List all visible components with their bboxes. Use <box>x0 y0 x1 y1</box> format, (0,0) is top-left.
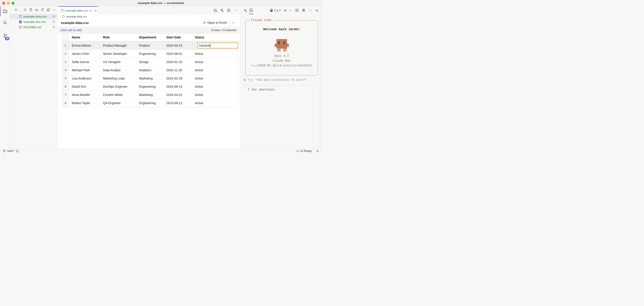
minimize-window-button[interactable] <box>7 2 10 5</box>
table-cell-start_date[interactable]: 2024-03-15 <box>163 41 192 49</box>
activity-search[interactable] <box>0 17 10 28</box>
column-header[interactable]: Start Date <box>163 33 192 41</box>
table-cell-name[interactable]: Robert Taylor <box>69 99 100 107</box>
table-cell-status[interactable]: Active <box>192 58 238 66</box>
column-header[interactable]: Role <box>100 33 136 41</box>
open-options-dropdown[interactable] <box>230 21 236 24</box>
scm-pending-badge: 38 <box>5 37 9 40</box>
status-edit-input[interactable]: Inactive <box>198 43 238 48</box>
table-cell-department[interactable]: Engineering <box>136 50 163 58</box>
refresh-icon[interactable] <box>40 8 44 12</box>
open-changes-icon[interactable] <box>213 8 217 12</box>
active-view-indicator <box>0 7 0 16</box>
traffic-lights <box>2 2 14 5</box>
split-panel-icon[interactable] <box>295 8 299 12</box>
table-cell-status[interactable]: Active <box>192 74 238 82</box>
table-cell-department[interactable]: Engineering <box>136 99 163 107</box>
edit-hint-link[interactable]: (click cell to edit) <box>60 28 82 32</box>
table-cell-name[interactable]: Lisa Anderson <box>69 74 100 82</box>
breadcrumb-item[interactable]: example-data.csv <box>66 15 87 18</box>
column-header[interactable]: Name <box>69 33 100 41</box>
explorer-search-icon[interactable] <box>23 8 27 12</box>
table-cell-name[interactable]: Sofia Garcia <box>69 58 100 66</box>
more-actions-icon[interactable] <box>308 8 312 12</box>
status-bar: main* AI Ready <box>0 149 322 153</box>
file-item[interactable]: README.md U <box>10 24 58 30</box>
ai-ready-item[interactable]: AI Ready <box>296 150 312 153</box>
table-cell-department[interactable]: Engineering <box>136 83 163 91</box>
open-in-excel-button[interactable]: Open in Excel <box>202 21 230 24</box>
table-cell-start_date[interactable]: 2023-06-15 <box>163 83 192 91</box>
table-cell-name[interactable]: James Chen <box>69 50 100 58</box>
activity-source-control[interactable]: 38 <box>0 30 10 41</box>
open-in-excel-label: Open in Excel <box>208 21 227 24</box>
more-actions-icon[interactable] <box>233 8 237 12</box>
table-cell-department[interactable]: Design <box>136 58 163 66</box>
more-actions-icon[interactable] <box>52 8 56 12</box>
table-cell-status[interactable]: Active <box>192 91 238 99</box>
column-header[interactable]: Status <box>192 33 238 41</box>
new-session-icon[interactable] <box>283 8 287 12</box>
split-editor-icon[interactable] <box>226 8 230 12</box>
table-cell-department[interactable]: Product <box>136 41 163 49</box>
table-cell-start_date[interactable]: 2023-11-20 <box>163 66 192 74</box>
table-cell-role[interactable]: Product Manager <box>100 41 136 49</box>
editor-actions <box>213 6 237 14</box>
table-cell-status[interactable]: Active <box>192 66 238 74</box>
table-cell-start_date[interactable]: 2024-02-28 <box>163 74 192 82</box>
prompt-input[interactable]: ❯ Try "how does extension.ts work?" <box>244 77 318 83</box>
sparkle-ai-icon[interactable] <box>220 8 224 12</box>
sync-changes-icon[interactable] <box>16 150 19 153</box>
table-cell-name[interactable]: Emma Wilson <box>69 41 100 49</box>
row-number: 5 <box>62 74 69 82</box>
row-number: 2 <box>62 50 69 58</box>
zoom-window-button[interactable] <box>12 2 14 5</box>
table-cell-name[interactable]: David Kim <box>69 83 100 91</box>
table-cell-name[interactable]: Anna Mueller <box>69 91 100 99</box>
close-panel-icon[interactable] <box>315 8 319 12</box>
file-icon <box>60 9 64 12</box>
table-cell-start_date[interactable]: 2024-01-10 <box>163 58 192 66</box>
table-cell-start_date[interactable]: 2023-09-12 <box>163 99 192 107</box>
table-row: 7Anna MuellerContent WriterMarketing2024… <box>62 91 238 99</box>
table-cell-role[interactable]: Marketing Lead <box>100 74 136 82</box>
collapse-folders-icon[interactable] <box>46 8 50 12</box>
row-number: 8 <box>62 99 69 107</box>
table-row: 6David KimDevOps EngineerEngineering2023… <box>62 82 238 91</box>
explorer-title: E… <box>15 8 20 11</box>
table-cell-status[interactable]: Active <box>192 50 238 58</box>
file-item[interactable]: example-data.csv U <box>10 14 58 19</box>
table-cell-role[interactable]: QA Engineer <box>100 99 136 107</box>
table-cell-role[interactable]: Content Writer <box>100 91 136 99</box>
table-cell-name[interactable]: Michael Park <box>69 66 100 74</box>
column-header[interactable]: Department <box>136 33 163 41</box>
table-cell-department[interactable]: Analytics <box>136 66 163 74</box>
activity-explorer[interactable] <box>0 6 10 16</box>
table-cell-role[interactable]: Senior Developer <box>100 50 136 58</box>
table-cell-role[interactable]: UX Designer <box>100 58 136 66</box>
tab-close-icon[interactable] <box>94 9 97 12</box>
table-cell-role[interactable]: DevOps Engineer <box>100 83 136 91</box>
new-session-dropdown-icon[interactable] <box>288 8 292 12</box>
table-cell-department[interactable]: Marketing <box>136 91 163 99</box>
table-cell-status[interactable]: Active <box>192 83 238 91</box>
table-cell-status[interactable]: Active <box>192 99 238 107</box>
version-label: 2.1.7 <box>274 9 281 12</box>
notifications-bell-icon[interactable] <box>316 150 319 153</box>
new-file-icon[interactable] <box>29 8 33 12</box>
tab-example-data-csv[interactable]: example-data.csv U <box>58 6 98 14</box>
table-cell-status[interactable]: Inactive <box>192 41 238 49</box>
git-branch-item[interactable]: main* <box>3 150 14 153</box>
new-folder-icon[interactable] <box>35 8 39 12</box>
close-window-button[interactable] <box>2 2 5 5</box>
table-cell-role[interactable]: Data Analyst <box>100 66 136 74</box>
panel-scrollbar[interactable] <box>320 6 322 149</box>
table-cell-department[interactable]: Marketing <box>136 74 163 82</box>
trash-icon[interactable] <box>302 8 306 12</box>
panel-tab-terminal[interactable] <box>248 6 254 14</box>
file-item[interactable]: example-doc.md U <box>10 19 58 24</box>
breadcrumb[interactable]: example-data.csv <box>58 14 240 19</box>
table-cell-start_date[interactable]: 2024-04-01 <box>163 91 192 99</box>
table-cell-start_date[interactable]: 2023-08-01 <box>163 50 192 58</box>
panel-tab-sparkle[interactable] <box>242 6 248 14</box>
